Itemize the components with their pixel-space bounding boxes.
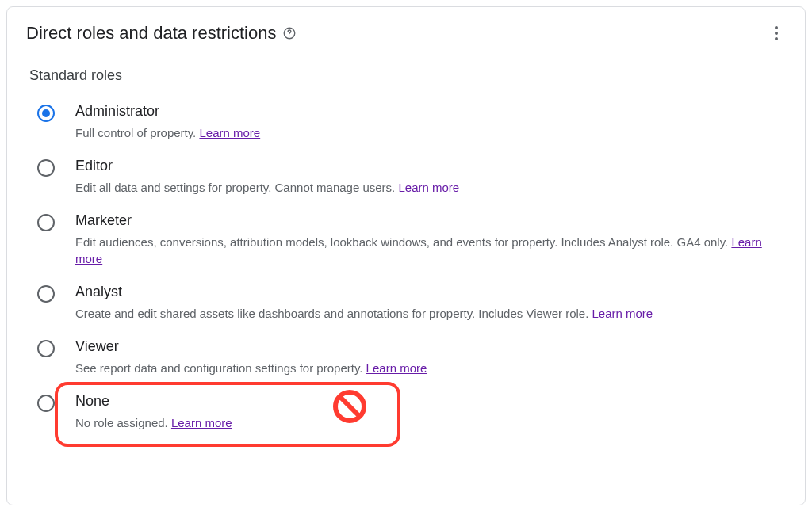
role-content: Administrator Full control of property. … xyxy=(75,103,786,142)
panel-header: Direct roles and data restrictions xyxy=(26,23,786,44)
radio-administrator[interactable] xyxy=(37,105,55,122)
radio-marketer[interactable] xyxy=(37,214,55,231)
role-content: None No role assigned. Learn more xyxy=(75,393,786,432)
learn-more-link[interactable]: Learn more xyxy=(171,416,232,429)
svg-point-3 xyxy=(775,32,778,35)
role-desc: Edit audiences, conversions, attribution… xyxy=(75,234,770,269)
role-content: Analyst Create and edit shared assets li… xyxy=(75,284,786,322)
role-row-none: None No role assigned. Learn more xyxy=(37,393,786,432)
role-name: Analyst xyxy=(75,284,770,300)
role-row-marketer: Marketer Edit audiences, conversions, at… xyxy=(37,212,786,269)
role-desc: Full control of property. Learn more xyxy=(75,124,770,142)
help-icon[interactable] xyxy=(282,26,297,40)
role-name: Editor xyxy=(75,158,770,174)
more-menu-button[interactable] xyxy=(767,24,786,43)
radio-editor[interactable] xyxy=(37,159,55,177)
section-title: Standard roles xyxy=(29,67,786,84)
role-desc: No role assigned. Learn more xyxy=(75,414,770,432)
role-name: Marketer xyxy=(75,212,770,229)
radio-viewer[interactable] xyxy=(37,340,55,357)
svg-point-1 xyxy=(289,36,290,36)
learn-more-link[interactable]: Learn more xyxy=(592,307,653,320)
radio-none[interactable] xyxy=(37,395,55,412)
roles-panel: Direct roles and data restrictions Stand… xyxy=(6,6,806,505)
role-row-analyst: Analyst Create and edit shared assets li… xyxy=(37,284,786,322)
role-row-viewer: Viewer See report data and configuration… xyxy=(37,338,786,377)
radio-analyst[interactable] xyxy=(37,285,55,303)
role-list: Administrator Full control of property. … xyxy=(26,103,786,431)
svg-point-4 xyxy=(775,37,778,40)
role-desc: See report data and configuration settin… xyxy=(75,360,770,377)
role-content: Editor Edit all data and settings for pr… xyxy=(75,158,786,196)
role-row-editor: Editor Edit all data and settings for pr… xyxy=(37,158,786,196)
role-desc: Create and edit shared assets like dashb… xyxy=(75,305,770,322)
role-desc: Edit all data and settings for property.… xyxy=(75,179,770,196)
role-name: None xyxy=(75,393,770,410)
learn-more-link[interactable]: Learn more xyxy=(366,361,427,375)
role-content: Viewer See report data and configuration… xyxy=(75,338,786,377)
learn-more-link[interactable]: Learn more xyxy=(199,126,260,139)
role-content: Marketer Edit audiences, conversions, at… xyxy=(75,212,786,269)
svg-point-2 xyxy=(775,26,778,29)
role-row-administrator: Administrator Full control of property. … xyxy=(37,103,786,142)
panel-title-wrap: Direct roles and data restrictions xyxy=(26,23,297,44)
role-name: Viewer xyxy=(75,338,770,355)
role-name: Administrator xyxy=(75,103,770,120)
panel-title: Direct roles and data restrictions xyxy=(26,23,276,44)
learn-more-link[interactable]: Learn more xyxy=(398,181,459,194)
